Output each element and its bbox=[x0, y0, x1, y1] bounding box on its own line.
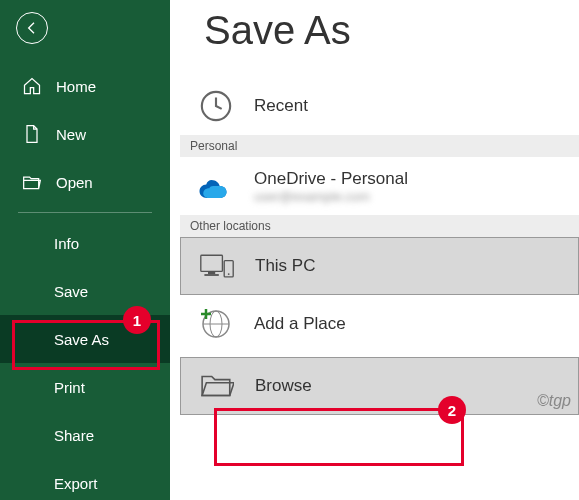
svg-rect-3 bbox=[204, 274, 218, 276]
location-browse[interactable]: Browse bbox=[180, 357, 579, 415]
nav-home-label: Home bbox=[56, 78, 96, 95]
svg-rect-1 bbox=[201, 255, 223, 271]
nav-export-label: Export bbox=[54, 475, 97, 492]
open-folder-icon bbox=[22, 172, 42, 192]
section-other: Other locations bbox=[180, 215, 579, 237]
location-add-place-label: Add a Place bbox=[254, 314, 346, 334]
nav-divider bbox=[18, 212, 152, 213]
home-icon bbox=[22, 76, 42, 96]
location-onedrive[interactable]: OneDrive - Personal user@example.com bbox=[180, 157, 579, 215]
location-recent-label: Recent bbox=[254, 96, 308, 116]
nav-print-label: Print bbox=[54, 379, 85, 396]
browse-folder-icon bbox=[197, 366, 237, 406]
main-panel: Save As Recent Personal OneDrive - Perso… bbox=[170, 0, 579, 500]
clock-icon bbox=[196, 86, 236, 126]
location-onedrive-email: user@example.com bbox=[254, 189, 408, 204]
location-browse-label: Browse bbox=[255, 376, 312, 396]
page-title: Save As bbox=[204, 8, 579, 53]
new-file-icon bbox=[22, 124, 42, 144]
nav-save-as-label: Save As bbox=[54, 331, 109, 348]
nav-home[interactable]: Home bbox=[0, 62, 170, 110]
section-personal: Personal bbox=[180, 135, 579, 157]
back-button[interactable] bbox=[16, 12, 48, 44]
onedrive-icon bbox=[196, 166, 236, 206]
nav-share[interactable]: Share bbox=[0, 411, 170, 459]
nav-info-label: Info bbox=[54, 235, 79, 252]
nav-save-label: Save bbox=[54, 283, 88, 300]
location-this-pc[interactable]: This PC bbox=[180, 237, 579, 295]
location-onedrive-label: OneDrive - Personal bbox=[254, 169, 408, 189]
nav-export[interactable]: Export bbox=[0, 459, 170, 500]
nav-info[interactable]: Info bbox=[0, 219, 170, 267]
nav-new-label: New bbox=[56, 126, 86, 143]
nav-open-label: Open bbox=[56, 174, 93, 191]
nav-share-label: Share bbox=[54, 427, 94, 444]
nav-open[interactable]: Open bbox=[0, 158, 170, 206]
location-add-place[interactable]: Add a Place bbox=[180, 295, 579, 353]
annotation-badge-2: 2 bbox=[438, 396, 466, 424]
svg-rect-2 bbox=[208, 271, 215, 274]
location-recent[interactable]: Recent bbox=[180, 77, 579, 135]
nav-primary: Home New Open bbox=[0, 62, 170, 206]
nav-secondary: Info Save Save As Print Share Export bbox=[0, 219, 170, 500]
add-place-icon bbox=[196, 304, 236, 344]
this-pc-icon bbox=[197, 246, 237, 286]
nav-new[interactable]: New bbox=[0, 110, 170, 158]
nav-print[interactable]: Print bbox=[0, 363, 170, 411]
annotation-badge-1: 1 bbox=[123, 306, 151, 334]
backstage-sidebar: Home New Open Info Save Save As Print Sh… bbox=[0, 0, 170, 500]
back-arrow-icon bbox=[24, 20, 40, 36]
svg-point-5 bbox=[228, 273, 230, 275]
location-this-pc-label: This PC bbox=[255, 256, 315, 276]
location-onedrive-text: OneDrive - Personal user@example.com bbox=[254, 169, 408, 204]
